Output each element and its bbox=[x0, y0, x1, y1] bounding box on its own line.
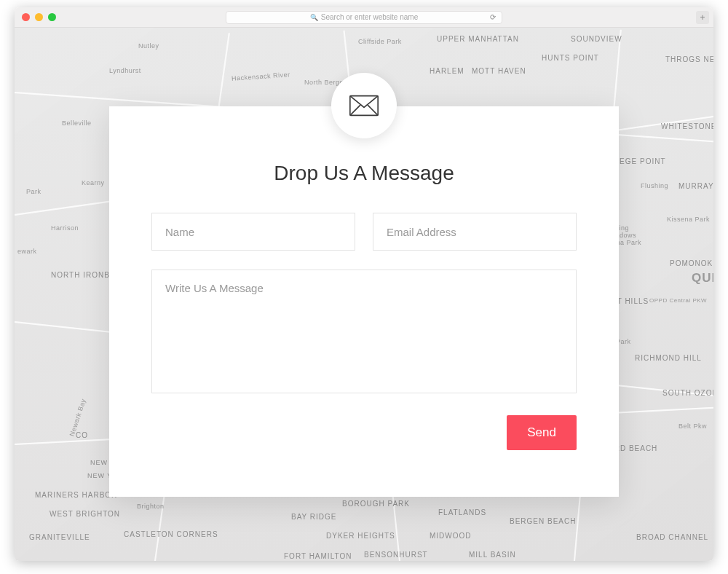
map-label: QUE bbox=[692, 271, 713, 286]
map-label: Lyndhurst bbox=[109, 67, 141, 74]
map-label: BOROUGH PARK bbox=[342, 500, 410, 508]
map-label: BROAD CHANNEL bbox=[636, 533, 708, 541]
map-label: Kearny bbox=[82, 179, 105, 186]
envelope-badge bbox=[331, 73, 397, 138]
form-title: Drop Us A Message bbox=[109, 162, 619, 185]
message-textarea[interactable] bbox=[151, 270, 577, 393]
map-label: RICHMOND HILL bbox=[635, 354, 702, 362]
map-label: HARLEM bbox=[430, 67, 464, 75]
map-label: Cliffside Park bbox=[358, 38, 402, 45]
map-label: POMONOK bbox=[670, 259, 713, 267]
reload-icon[interactable]: ⟳ bbox=[490, 13, 496, 21]
map-label: BENSONHURST bbox=[364, 551, 428, 559]
minimize-window-button[interactable] bbox=[35, 13, 43, 21]
contact-card: Drop Us A Message Send bbox=[109, 106, 619, 497]
browser-window: 🔍 Search or enter website name ⟳ + Nutle… bbox=[15, 7, 713, 561]
address-bar[interactable]: 🔍 Search or enter website name ⟳ bbox=[226, 11, 502, 24]
svg-line-1 bbox=[350, 105, 360, 115]
map-label: HUNTS POINT bbox=[542, 54, 599, 62]
map-label: CO bbox=[76, 431, 88, 439]
map-label: SOUNDVIEW bbox=[571, 35, 622, 43]
map-label: FORT HAMILTON bbox=[284, 552, 352, 560]
map-label: SOUTH OZONE PARK bbox=[662, 389, 713, 397]
map-label: Nutley bbox=[138, 42, 159, 50]
send-button[interactable]: Send bbox=[507, 415, 577, 450]
map-label: BAY RIDGE bbox=[291, 513, 337, 521]
envelope-icon bbox=[349, 95, 379, 117]
map-label: Harrison bbox=[51, 224, 79, 232]
close-window-button[interactable] bbox=[22, 13, 30, 21]
email-input[interactable] bbox=[373, 213, 577, 251]
svg-line-2 bbox=[368, 105, 378, 115]
browser-toolbar: 🔍 Search or enter website name ⟳ + bbox=[15, 7, 713, 28]
map-label: MARINERS HARBOR bbox=[35, 491, 117, 499]
map-label: Kissena Park bbox=[667, 216, 710, 223]
page-viewport: Nutley Lyndhurst Belleville Kearny Harri… bbox=[15, 28, 713, 561]
map-label: Belleville bbox=[62, 119, 92, 127]
map-label: Park bbox=[26, 188, 41, 195]
map-label: Belt Pkw bbox=[678, 422, 707, 430]
map-label: MOTT HAVEN bbox=[472, 67, 526, 75]
search-icon: 🔍 bbox=[310, 14, 318, 21]
address-placeholder: Search or enter website name bbox=[321, 13, 418, 21]
maximize-window-button[interactable] bbox=[48, 13, 56, 21]
map-label: GRANITEVILLE bbox=[29, 533, 90, 541]
map-label: MIDWOOD bbox=[430, 532, 472, 540]
map-label: Flushing bbox=[641, 182, 668, 189]
map-label: FLATLANDS bbox=[438, 508, 486, 516]
map-label: MURRAY HIL bbox=[678, 182, 713, 190]
map-label: ewark bbox=[17, 248, 37, 255]
map-label: THROGS NECK bbox=[665, 55, 713, 63]
map-label: CASTLETON CORNERS bbox=[124, 530, 218, 538]
map-label: WHITESTONE bbox=[661, 122, 713, 130]
map-label: Brighton bbox=[137, 503, 165, 510]
map-label: BERGEN BEACH bbox=[510, 517, 576, 525]
map-label: WEST BRIGHTON bbox=[50, 510, 120, 518]
map-label: OPPD Central PKW bbox=[649, 297, 707, 304]
window-controls bbox=[22, 13, 56, 21]
map-label: UPPER MANHATTAN bbox=[437, 35, 519, 43]
map-label: DYKER HEIGHTS bbox=[326, 532, 395, 540]
name-input[interactable] bbox=[151, 213, 355, 251]
map-label: MILL BASIN bbox=[469, 551, 516, 559]
contact-form: Send bbox=[109, 185, 619, 450]
new-tab-button[interactable]: + bbox=[696, 11, 709, 24]
